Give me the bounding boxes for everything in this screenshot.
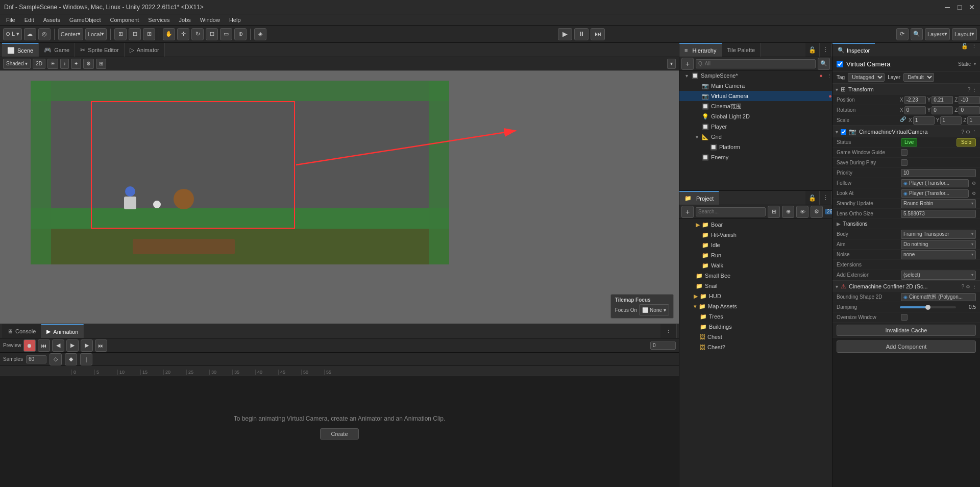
proj-run[interactable]: 📁 Run <box>679 250 832 260</box>
add-event-btn[interactable]: ◆ <box>65 353 77 366</box>
menu-jobs[interactable]: Jobs <box>175 16 195 24</box>
confiner-header[interactable]: ▾ ⚠ Cinemachine Confiner 2D (Sc... ? ⚙ ⋮ <box>832 281 980 292</box>
samples-input[interactable] <box>26 355 46 363</box>
proj-buildings[interactable]: 📁 Buildings <box>679 322 832 332</box>
effects-btn[interactable]: ✦ <box>71 59 81 69</box>
rot-y-input[interactable] <box>932 106 953 114</box>
confiner-options-btn[interactable]: ⋮ <box>972 284 977 289</box>
layers-btn[interactable]: Layers▾ <box>925 28 950 40</box>
proj-trees[interactable]: 📁 Trees <box>679 311 832 322</box>
hierarchy-global-light[interactable]: 💡 Global Light 2D <box>679 111 832 121</box>
tab-animator[interactable]: ▷ Animator <box>125 43 165 57</box>
collab-btn[interactable]: ◎ <box>38 28 51 40</box>
menu-gameobject[interactable]: GameObject <box>65 16 105 24</box>
hierarchy-platform[interactable]: 🔲 Platform <box>679 142 832 152</box>
menu-help[interactable]: Help <box>225 16 245 24</box>
cinemachine-options-btn[interactable]: ⋮ <box>972 129 977 135</box>
lookat-field[interactable]: ◉ Player (Transfor... <box>901 189 969 198</box>
tab-animation[interactable]: ▶ Animation <box>41 324 84 338</box>
tab-hierarchy[interactable]: ≡ Hierarchy <box>679 43 722 57</box>
move-tool[interactable]: ✛ <box>177 28 189 40</box>
hand-tool[interactable]: ✋ <box>163 28 175 40</box>
hierarchy-scene-root[interactable]: ▾ 🔲 SampleScene* ● ⋮ <box>679 70 832 81</box>
step-button[interactable]: ⏭ <box>591 28 605 40</box>
scene-viewport[interactable]: Tilemap Focus Focus On ⬜ None ▾ <box>0 70 679 324</box>
project-search[interactable] <box>696 207 766 216</box>
pos-z-input[interactable] <box>959 96 980 104</box>
aim-dropdown[interactable]: Do nothing ▾ <box>901 240 976 249</box>
project-filter-btn[interactable]: ⊕ <box>782 206 794 218</box>
record-btn[interactable]: ⏺ <box>23 339 36 352</box>
cinemachine-enable-checkbox[interactable] <box>841 129 846 135</box>
transform-header[interactable]: ▾ ⊞ Transform ? ⋮ <box>832 84 980 95</box>
proj-walk[interactable]: 📁 Walk <box>679 260 832 271</box>
play-button[interactable]: ▶ <box>558 28 572 40</box>
anim-next-btn[interactable]: ⏭ <box>95 339 107 352</box>
hierarchy-grid[interactable]: ▾ 📐 Grid <box>679 132 832 142</box>
hierarchy-virtual-camera[interactable]: 📷 Virtual Camera ● <box>679 91 832 101</box>
menu-file[interactable]: File <box>2 16 19 24</box>
layout-btn[interactable]: Layout▾ <box>952 28 977 40</box>
tab-game[interactable]: 🎮 Game <box>39 43 75 57</box>
layer-select[interactable]: Default <box>903 73 934 82</box>
transform-help-btn[interactable]: ? <box>967 87 970 92</box>
custom-tool[interactable]: ◈ <box>254 28 266 40</box>
tab-tile-palette[interactable]: Tile Palette <box>722 43 761 57</box>
history-btn[interactable]: ⟳ <box>896 28 909 40</box>
transform-tool[interactable]: ⊕ <box>234 28 247 40</box>
local-btn[interactable]: Local▾ <box>85 28 107 40</box>
tab-project[interactable]: 📁 Project <box>679 191 719 205</box>
save-during-play-toggle[interactable] <box>901 159 908 166</box>
tab-inspector[interactable]: 🔍 Inspector <box>832 43 875 57</box>
maximize-btn[interactable]: □ <box>955 3 964 11</box>
invalidate-cache-btn[interactable]: Invalidate Cache <box>837 325 976 336</box>
hierarchy-player[interactable]: 🔲 Player <box>679 121 832 132</box>
noise-dropdown[interactable]: none ▾ <box>901 250 976 259</box>
overlay-btn[interactable]: ⊞ <box>96 59 106 69</box>
hierarchy-search[interactable] <box>696 59 816 68</box>
frame-input[interactable] <box>650 342 676 350</box>
anim-step-back-btn[interactable]: ◀ <box>52 339 64 352</box>
oversize-toggle[interactable] <box>901 314 908 321</box>
add-component-btn[interactable]: Add Component <box>837 340 976 353</box>
add-keyframe-btn[interactable]: ◇ <box>50 353 62 366</box>
proj-map-assets[interactable]: ▾ 📁 Map Assets <box>679 301 832 311</box>
bounding-field[interactable]: ◉ Cinema范围 (Polygon... <box>901 293 976 301</box>
inspector-lock-btn[interactable]: 🔓 <box>961 43 968 57</box>
hierarchy-main-camera[interactable]: 📷 Main Camera <box>679 81 832 91</box>
pos-x-input[interactable] <box>904 96 926 104</box>
priority-input[interactable] <box>901 169 976 177</box>
follow-field[interactable]: ◉ Player (Transfor... <box>901 179 969 187</box>
close-btn[interactable]: ✕ <box>968 3 976 11</box>
proj-snail[interactable]: 📁 Snail <box>679 281 832 291</box>
object-enable-checkbox[interactable] <box>837 61 843 67</box>
standby-dropdown[interactable]: Round Robin ▾ <box>901 199 976 208</box>
scale-z-input[interactable] <box>967 116 980 125</box>
lighting-btn[interactable]: ☀ <box>47 59 58 69</box>
context-btn[interactable]: ⊙ L ▾ <box>3 28 22 40</box>
follow-gear[interactable]: ⚙ <box>972 181 976 186</box>
audio-btn[interactable]: ♪ <box>60 59 69 69</box>
project-lock-btn[interactable]: 🔓 <box>805 191 820 205</box>
game-window-toggle[interactable] <box>901 149 908 156</box>
scale-tool[interactable]: ⊡ <box>206 28 218 40</box>
create-clip-btn[interactable]: Create <box>320 428 358 440</box>
solo-btn[interactable]: Solo <box>957 138 976 147</box>
cinemachine-help-btn[interactable]: ? <box>961 129 964 135</box>
hierarchy-options-btn[interactable]: ⋮ <box>820 43 832 57</box>
focus-on-dropdown[interactable]: ⬜ None ▾ <box>639 304 669 315</box>
rot-z-input[interactable] <box>959 106 980 114</box>
hierarchy-lock-btn[interactable]: 🔓 <box>805 43 820 57</box>
lens-input[interactable] <box>901 210 976 218</box>
menu-assets[interactable]: Assets <box>39 16 64 24</box>
menu-edit[interactable]: Edit <box>20 16 38 24</box>
proj-hit-vanish[interactable]: 📁 Hit-Vanish <box>679 230 832 240</box>
scale-y-input[interactable] <box>940 116 962 125</box>
snap3-btn[interactable]: ⊞ <box>143 28 155 40</box>
scene-cam-btn[interactable]: ▾ <box>667 59 676 69</box>
snap-btn[interactable]: ⊞ <box>114 28 127 40</box>
cloud-btn[interactable]: ☁ <box>24 28 36 40</box>
hierarchy-cinema[interactable]: 🔲 Cinema范围 <box>679 101 832 111</box>
anim-step-fwd-btn[interactable]: ▶ <box>81 339 93 352</box>
menu-component[interactable]: Component <box>106 16 143 24</box>
